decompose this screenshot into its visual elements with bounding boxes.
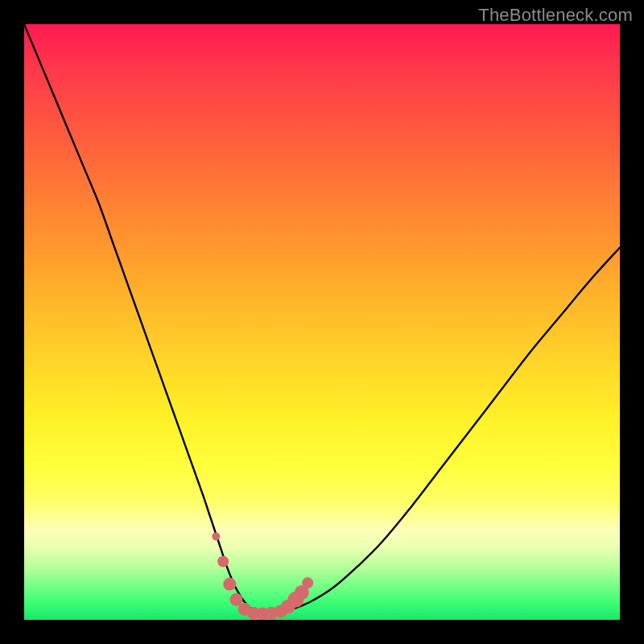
bead-marker [212,532,220,540]
watermark-text: TheBottleneck.com [478,5,633,26]
bead-marker [302,577,313,588]
chart-frame: TheBottleneck.com [0,0,644,644]
bead-marker [223,578,236,591]
plot-area [24,24,620,620]
marker-beads [24,24,620,620]
bead-marker [217,555,229,567]
